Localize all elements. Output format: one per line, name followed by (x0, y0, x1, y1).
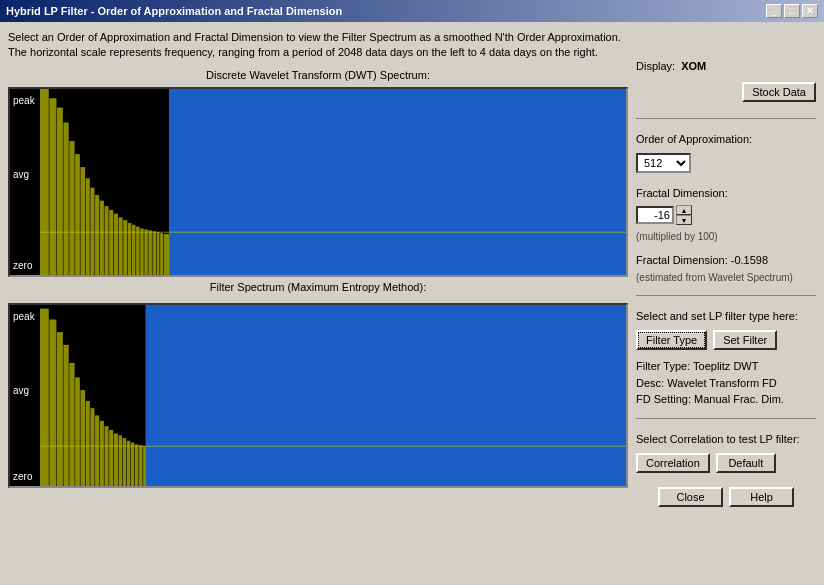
filter-desc-info: Desc: Wavelet Transform FD (636, 375, 816, 392)
svg-rect-41 (109, 430, 113, 486)
mem-chart: peak avg zero (8, 303, 628, 488)
fractal-spinner: ▲ ▼ (636, 205, 816, 225)
correlation-select-label: Select Correlation to test LP filter: (636, 433, 816, 445)
svg-rect-25 (160, 233, 163, 275)
maximize-button[interactable]: □ (784, 4, 800, 18)
filter-select-label: Select and set LP filter type here: (636, 310, 816, 322)
close-button[interactable]: Close (658, 487, 723, 507)
mem-peak-label: peak (13, 311, 35, 322)
svg-rect-15 (119, 217, 123, 275)
svg-rect-19 (136, 226, 140, 274)
fractal-sublabel: (multiplied by 100) (636, 231, 816, 242)
correlation-button[interactable]: Correlation (636, 453, 710, 473)
svg-rect-29 (40, 308, 49, 485)
svg-rect-11 (100, 200, 104, 274)
filter-type-info: Filter Type: Toeplitz DWT (636, 358, 816, 375)
svg-rect-46 (131, 442, 135, 485)
svg-rect-12 (104, 206, 108, 275)
svg-rect-17 (128, 223, 132, 275)
fractal-input[interactable] (636, 206, 674, 224)
fractal-label: Fractal Dimension: (636, 187, 816, 199)
svg-rect-10 (95, 195, 99, 275)
svg-rect-35 (80, 390, 85, 486)
minimize-button[interactable]: _ (766, 4, 782, 18)
fd-estimated-value: -0.1598 (731, 254, 768, 266)
filter-type-button[interactable]: Filter Type (636, 330, 707, 350)
svg-rect-28 (145, 305, 626, 486)
svg-rect-1 (40, 89, 49, 275)
description: Select an Order of Approximation and Fra… (8, 30, 628, 61)
dwt-avg-label: avg (13, 169, 29, 180)
stock-data-button[interactable]: Stock Data (742, 82, 816, 102)
svg-rect-14 (114, 213, 118, 274)
svg-rect-49 (143, 446, 146, 486)
svg-rect-45 (127, 441, 131, 486)
svg-rect-2 (49, 98, 56, 275)
svg-rect-9 (90, 187, 94, 274)
fractal-spin-up[interactable]: ▲ (676, 205, 692, 215)
svg-rect-42 (114, 433, 118, 485)
dwt-chart: peak avg zero (8, 87, 628, 277)
svg-rect-21 (144, 229, 148, 275)
svg-rect-26 (164, 234, 170, 275)
fd-estimated-row: Fractal Dimension: -0.1598 (636, 254, 816, 266)
close-button[interactable]: ✕ (802, 4, 818, 18)
svg-rect-38 (95, 415, 99, 486)
fractal-spin-buttons[interactable]: ▲ ▼ (676, 205, 692, 225)
svg-rect-20 (140, 228, 144, 275)
correlation-row: Correlation Default (636, 453, 816, 473)
fd-estimated-sub: (estimated from Wavelet Spectrum) (636, 272, 816, 283)
svg-rect-23 (153, 231, 157, 275)
mem-chart-label: Filter Spectrum (Maximum Entropy Method)… (8, 281, 628, 293)
window-controls[interactable]: _ □ ✕ (766, 4, 818, 18)
svg-rect-47 (135, 444, 139, 486)
svg-rect-5 (69, 141, 74, 275)
dwt-peak-label: peak (13, 95, 35, 106)
window-body: Select an Order of Approximation and Fra… (0, 22, 824, 585)
right-panel: Display: XOM Stock Data Order of Approxi… (636, 30, 816, 577)
svg-rect-48 (139, 445, 143, 486)
set-filter-button[interactable]: Set Filter (713, 330, 777, 350)
svg-rect-44 (123, 438, 127, 486)
svg-rect-32 (63, 345, 68, 486)
filter-info: Filter Type: Toeplitz DWT Desc: Wavelet … (636, 358, 816, 408)
svg-rect-30 (49, 319, 56, 486)
filter-fd-info: FD Setting: Manual Frac. Dim. (636, 391, 816, 408)
svg-rect-24 (157, 232, 160, 275)
svg-rect-16 (123, 220, 127, 275)
svg-rect-39 (100, 421, 104, 486)
svg-rect-13 (109, 210, 113, 275)
title-bar: Hybrid LP Filter - Order of Approximatio… (0, 0, 824, 22)
left-panel: Select an Order of Approximation and Fra… (8, 30, 628, 577)
close-help-row: Close Help (636, 487, 816, 507)
svg-rect-8 (86, 178, 90, 275)
separator-1 (636, 118, 816, 119)
display-row: Display: XOM (636, 60, 816, 72)
order-dropdown-row: 64 128 256 512 1024 (636, 153, 816, 173)
separator-2 (636, 295, 816, 296)
separator-3 (636, 418, 816, 419)
mem-avg-label: avg (13, 385, 29, 396)
order-label: Order of Approximation: (636, 133, 816, 145)
svg-rect-4 (63, 122, 68, 275)
svg-rect-6 (75, 154, 80, 275)
svg-rect-36 (86, 401, 90, 486)
svg-rect-3 (57, 107, 63, 274)
svg-rect-40 (104, 426, 108, 486)
fd-estimated-label: Fractal Dimension: (636, 254, 728, 266)
help-button[interactable]: Help (729, 487, 794, 507)
mem-zero-label: zero (13, 471, 32, 482)
display-label: Display: (636, 60, 675, 72)
window-title: Hybrid LP Filter - Order of Approximatio… (6, 5, 342, 17)
svg-rect-0 (169, 89, 626, 275)
order-select[interactable]: 64 128 256 512 1024 (636, 153, 691, 173)
svg-rect-37 (90, 408, 94, 486)
svg-rect-43 (119, 435, 123, 486)
default-button[interactable]: Default (716, 453, 776, 473)
dwt-zero-label: zero (13, 260, 32, 271)
svg-rect-33 (69, 363, 74, 486)
filter-buttons-row: Filter Type Set Filter (636, 330, 816, 350)
svg-rect-7 (80, 167, 85, 275)
svg-rect-34 (75, 377, 80, 486)
fractal-spin-down[interactable]: ▼ (676, 215, 692, 225)
